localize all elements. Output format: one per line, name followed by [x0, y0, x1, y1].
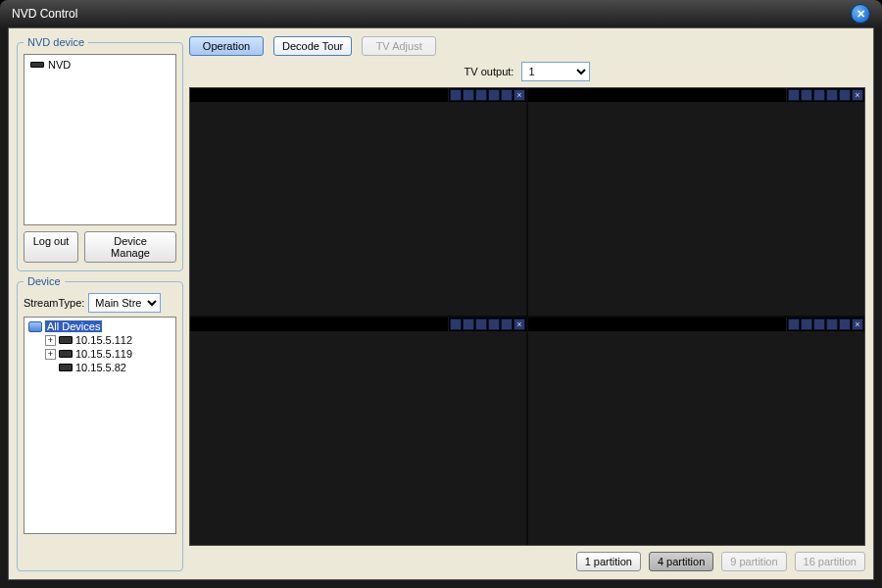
- device-tree[interactable]: All Devices + 10.15.5.112 + 10.15.5.119: [24, 317, 176, 534]
- expand-icon[interactable]: +: [45, 349, 56, 360]
- video-tool-button[interactable]: [450, 89, 462, 101]
- nvd-device-list[interactable]: NVD: [24, 54, 176, 225]
- video-cell-toolbar: ×: [449, 318, 526, 331]
- device-group: Device StreamType: Main Stream All Devic…: [17, 275, 183, 571]
- mode-button-row: Operation Decode Tour TV Adjust: [189, 36, 865, 56]
- video-tool-button[interactable]: [826, 89, 838, 101]
- window-title: NVD Control: [12, 7, 77, 21]
- partition-4-button[interactable]: 4 partition: [649, 552, 713, 571]
- window-frame: NVD Control ✕ NVD device NVD Log out Dev…: [0, 0, 882, 588]
- titlebar: NVD Control ✕: [0, 0, 882, 27]
- video-close-button[interactable]: ×: [852, 89, 863, 101]
- tv-output-select[interactable]: 1: [521, 62, 590, 81]
- video-tool-button[interactable]: [826, 318, 838, 330]
- video-cell-1[interactable]: ×: [190, 88, 526, 316]
- tree-item-label: 10.15.5.112: [75, 334, 132, 346]
- video-close-button[interactable]: ×: [852, 318, 863, 330]
- video-cell-3[interactable]: ×: [190, 318, 526, 545]
- video-tool-button[interactable]: [501, 89, 513, 101]
- partition-button-row: 1 partition 4 partition 9 partition 16 p…: [189, 550, 865, 571]
- nvd-device-group: NVD device NVD Log out Device Manage: [17, 36, 183, 271]
- expand-spacer: [45, 363, 56, 373]
- video-label-bar: [190, 318, 448, 331]
- expand-icon[interactable]: +: [45, 335, 56, 346]
- camera-icon: [59, 364, 73, 371]
- video-label-bar: [528, 318, 786, 331]
- nvd-button-row: Log out Device Manage: [24, 231, 176, 263]
- tv-adjust-button: TV Adjust: [362, 36, 436, 56]
- video-tool-button[interactable]: [801, 89, 812, 101]
- video-grid: × ×: [189, 87, 865, 546]
- nvd-device-item[interactable]: NVD: [26, 57, 173, 73]
- video-tool-button[interactable]: [488, 89, 500, 101]
- video-tool-button[interactable]: [475, 89, 487, 101]
- nvd-device-label: NVD: [48, 59, 71, 71]
- video-tool-button[interactable]: [463, 318, 474, 330]
- device-manage-button[interactable]: Device Manage: [84, 231, 176, 263]
- partition-1-button[interactable]: 1 partition: [576, 552, 641, 571]
- video-tool-button[interactable]: [788, 89, 800, 101]
- tree-item[interactable]: + 10.15.5.112: [26, 333, 173, 347]
- operation-button[interactable]: Operation: [189, 36, 264, 56]
- video-label-bar: [528, 88, 786, 102]
- camera-icon: [59, 336, 73, 344]
- left-panel: NVD device NVD Log out Device Manage Dev…: [17, 36, 183, 571]
- video-tool-button[interactable]: [839, 89, 851, 101]
- logout-button[interactable]: Log out: [24, 231, 78, 263]
- video-close-button[interactable]: ×: [514, 318, 525, 330]
- video-tool-button[interactable]: [813, 318, 825, 330]
- tree-root-all-devices[interactable]: All Devices: [26, 319, 173, 333]
- stream-type-row: StreamType: Main Stream: [24, 293, 176, 313]
- tree-item[interactable]: + 10.15.5.119: [26, 347, 173, 361]
- video-label-bar: [190, 88, 448, 102]
- close-icon: ✕: [857, 8, 865, 21]
- tree-item-label: 10.15.5.119: [75, 348, 132, 360]
- video-cell-4[interactable]: ×: [528, 318, 864, 545]
- nvd-device-legend: NVD device: [24, 36, 88, 48]
- video-cell-2[interactable]: ×: [528, 88, 864, 316]
- video-cell-toolbar: ×: [787, 88, 864, 102]
- video-tool-button[interactable]: [475, 318, 487, 330]
- right-panel: Operation Decode Tour TV Adjust TV outpu…: [189, 36, 865, 571]
- tv-output-row: TV output: 1: [189, 60, 865, 83]
- client-area: NVD device NVD Log out Device Manage Dev…: [8, 27, 874, 580]
- tree-item-label: 10.15.5.82: [75, 362, 126, 373]
- video-tool-button[interactable]: [839, 318, 851, 330]
- devices-root-icon: [28, 321, 42, 332]
- video-tool-button[interactable]: [788, 318, 800, 330]
- video-tool-button[interactable]: [463, 89, 474, 101]
- device-legend: Device: [24, 275, 65, 287]
- decode-tour-button[interactable]: Decode Tour: [273, 36, 352, 56]
- video-tool-button[interactable]: [801, 318, 812, 330]
- close-button[interactable]: ✕: [851, 4, 870, 24]
- video-tool-button[interactable]: [488, 318, 500, 330]
- video-tool-button[interactable]: [813, 89, 825, 101]
- partition-9-button: 9 partition: [721, 552, 786, 571]
- video-tool-button[interactable]: [450, 318, 462, 330]
- tree-item[interactable]: 10.15.5.82: [26, 361, 173, 374]
- video-cell-toolbar: ×: [449, 88, 526, 102]
- tree-root-label: All Devices: [45, 320, 102, 332]
- stream-type-select[interactable]: Main Stream: [88, 293, 161, 313]
- video-close-button[interactable]: ×: [514, 89, 525, 101]
- device-icon: [30, 62, 44, 68]
- stream-type-label: StreamType:: [24, 297, 84, 309]
- camera-icon: [59, 350, 73, 358]
- video-tool-button[interactable]: [501, 318, 513, 330]
- tv-output-label: TV output:: [465, 66, 514, 77]
- partition-16-button: 16 partition: [795, 552, 865, 571]
- video-cell-toolbar: ×: [787, 318, 864, 331]
